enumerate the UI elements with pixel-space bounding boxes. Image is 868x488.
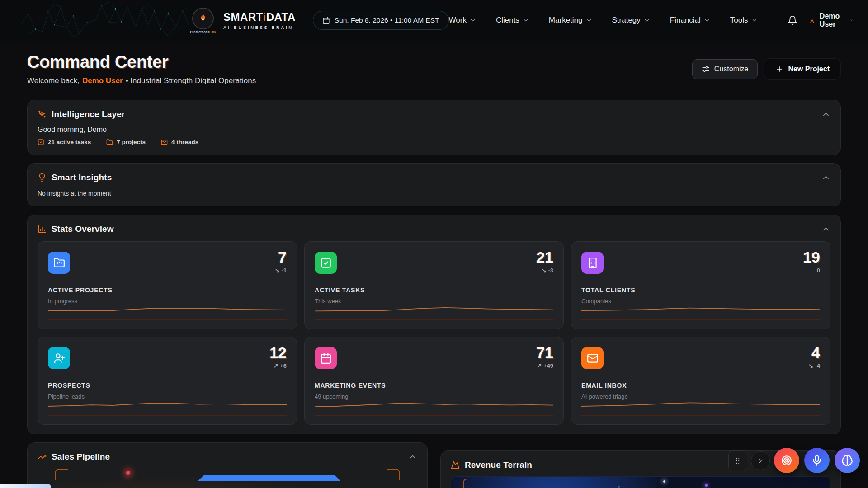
partial-overlay (0, 484, 51, 488)
flame-icon (192, 8, 214, 29)
sliders-icon (702, 65, 710, 73)
terrain-star-dot (663, 480, 665, 483)
new-project-button[interactable]: New Project (764, 58, 841, 80)
pipeline-marker-dot (126, 471, 130, 475)
datetime-text: Sun, Feb 8, 2026 • 11:00 AM EST (335, 16, 439, 24)
mountain-icon (451, 460, 460, 469)
intelligence-meta-row: 21 active tasks 7 projects 4 threads (38, 139, 830, 145)
brain-fab-button[interactable] (835, 448, 860, 473)
collapse-insights-button[interactable] (821, 173, 830, 182)
chevron-down-icon (523, 17, 529, 23)
stat-card[interactable]: 21 ↘ -3 ACTIVE TASKS This week (304, 241, 564, 329)
revenue-terrain-title: Revenue Terrain (465, 460, 532, 470)
expand-panel-button[interactable] (751, 451, 770, 470)
stat-card[interactable]: 12 ↗ +6 PROSPECTS Pipeline leads (38, 337, 297, 425)
mic-fab-button[interactable] (804, 448, 830, 473)
revenue-terrain-chart[interactable] (451, 476, 830, 488)
calendar-icon (322, 17, 330, 24)
brand-logo[interactable]: PrometheanLink (190, 8, 216, 33)
nav-item-label: Financial (670, 16, 701, 25)
bell-icon (788, 15, 797, 25)
nav-item-clients[interactable]: Clients (496, 16, 529, 25)
welcome-line: Welcome back, Demo User • Industrial Str… (27, 76, 256, 85)
nav-item-financial[interactable]: Financial (670, 16, 710, 25)
smart-insights-card: Smart Insights No insights at the moment (27, 163, 841, 206)
chart-corner-bracket (387, 469, 400, 480)
target-icon (781, 455, 793, 466)
target-fab-button[interactable] (774, 448, 799, 473)
nav-item-label: Marketing (549, 16, 583, 25)
chevron-up-icon (821, 173, 830, 182)
collapse-sales-button[interactable] (408, 452, 417, 461)
header-divider (776, 13, 776, 28)
stat-value: 12 (269, 344, 287, 361)
stats-grid: 7 ↘ -1 ACTIVE PROJECTS In progress 21 ↘ … (38, 241, 830, 425)
stat-value: 71 (536, 344, 553, 361)
stat-sparkline (315, 303, 553, 321)
main-nav: Work Clients Marketing Strategy Financia… (449, 16, 758, 25)
user-icon (809, 16, 815, 25)
greeting-text: Good morning, Demo (38, 126, 830, 134)
trending-up-icon (38, 452, 47, 461)
folder-kanban-icon (53, 257, 65, 269)
customize-button[interactable]: Customize (692, 59, 758, 79)
sales-pipeline-chart[interactable] (38, 468, 417, 488)
stat-delta: ↘ -3 (536, 267, 553, 274)
stat-label: MARKETING EVENTS (315, 382, 553, 389)
chart-corner-bracket (55, 469, 68, 480)
stat-card[interactable]: 4 ↘ -4 EMAIL INBOX AI-powered triage (571, 337, 830, 425)
stat-card[interactable]: 19 0 TOTAL CLIENTS Companies (571, 241, 830, 329)
stat-icon-tile (315, 252, 337, 274)
check-square-icon (320, 257, 332, 269)
collapse-stats-button[interactable] (821, 225, 830, 234)
nav-item-strategy[interactable]: Strategy (612, 16, 650, 25)
chart-corner-bracket (463, 479, 476, 488)
nav-item-label: Tools (730, 16, 748, 25)
datetime-display: Sun, Feb 8, 2026 • 11:00 AM EST (313, 11, 449, 30)
stat-label: ACTIVE TASKS (315, 286, 553, 294)
collapse-intelligence-button[interactable] (821, 110, 830, 119)
stat-sparkline (581, 398, 820, 416)
meta-label: 7 projects (117, 139, 146, 145)
stat-sparkline (315, 398, 553, 416)
chevron-down-icon (586, 17, 592, 23)
meta-item: 7 projects (106, 139, 146, 145)
chevron-down-icon (849, 17, 854, 23)
stat-delta: 0 (803, 267, 820, 274)
chevron-right-icon (756, 457, 764, 465)
stat-sparkline (48, 303, 287, 321)
stat-delta: ↘ -4 (808, 362, 820, 369)
widget-grid-button[interactable] (728, 450, 747, 471)
stat-icon-tile (48, 252, 70, 274)
brand-name: SMARTiDATA (223, 11, 296, 23)
bar-chart-icon (38, 225, 47, 234)
lightbulb-icon (38, 173, 47, 182)
stats-overview-card: Stats Overview 7 ↘ -1 ACTIVE PROJECTS In… (27, 215, 841, 434)
stat-card[interactable]: 71 ↗ +49 MARKETING EVENTS 49 upcoming (304, 337, 564, 425)
chevron-down-icon (704, 17, 710, 23)
top-nav-bar: PrometheanLink SMARTiDATA AI BUSINESS BR… (0, 0, 868, 41)
nav-item-marketing[interactable]: Marketing (549, 16, 592, 25)
chevron-down-icon (470, 17, 476, 23)
folder-icon (106, 139, 113, 145)
nav-item-label: Work (449, 16, 467, 25)
user-menu[interactable]: Demo User (809, 12, 854, 28)
meta-label: 21 active tasks (48, 139, 91, 145)
brand-wordmark: SMARTiDATA AI BUSINESS BRAIN (223, 11, 296, 30)
pipeline-stage-bar (198, 475, 340, 481)
sales-pipeline-card: Sales Pipeline (27, 442, 428, 488)
meta-item: 21 active tasks (38, 139, 91, 145)
stat-value: 21 (536, 249, 553, 266)
nav-item-label: Strategy (612, 16, 641, 25)
nav-item-tools[interactable]: Tools (730, 16, 758, 25)
user-plus-icon (53, 352, 65, 364)
stat-value: 19 (803, 249, 820, 266)
nav-item-work[interactable]: Work (449, 16, 476, 25)
stat-icon-tile (581, 347, 604, 369)
stat-card[interactable]: 7 ↘ -1 ACTIVE PROJECTS In progress (38, 241, 297, 329)
sales-pipeline-title: Sales Pipeline (52, 452, 110, 462)
stat-icon-tile (48, 347, 70, 369)
stat-label: ACTIVE PROJECTS (48, 286, 287, 294)
notifications-button[interactable] (788, 15, 797, 25)
grid-dots-icon (734, 457, 742, 465)
